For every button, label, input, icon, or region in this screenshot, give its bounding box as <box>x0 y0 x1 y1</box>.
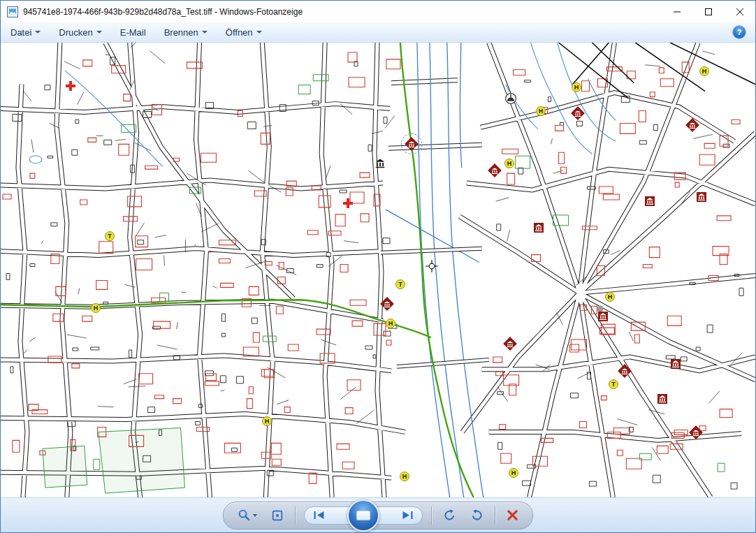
delete-icon <box>507 509 518 521</box>
map-image <box>1 43 755 497</box>
toolbar-divider <box>431 506 432 525</box>
window-title: 945741e8-1974-466f-943b-929b2d48d78a_Tes… <box>23 7 661 17</box>
toolbar-divider <box>495 506 495 525</box>
next-button[interactable] <box>402 511 414 520</box>
zoom-button[interactable] <box>235 507 260 523</box>
menu-drucken-label: Drucken <box>59 27 92 38</box>
help-question-icon: ? <box>737 28 742 36</box>
chevron-down-icon <box>256 31 262 34</box>
actual-size-button[interactable] <box>268 508 286 523</box>
titlebar: 945741e8-1974-466f-943b-929b2d48d78a_Tes… <box>1 1 755 22</box>
help-button[interactable]: ? <box>733 26 746 38</box>
delete-button[interactable] <box>504 508 521 523</box>
app-icon <box>7 6 18 17</box>
toolbar-divider <box>295 506 296 525</box>
rotate-clockwise-button[interactable] <box>467 507 486 523</box>
slideshow-icon <box>356 511 370 520</box>
menu-oeffnen-label: Öffnen <box>226 27 253 38</box>
menu-oeffnen[interactable]: Öffnen <box>226 27 262 38</box>
menu-email[interactable]: E-Mail <box>120 27 146 38</box>
chevron-down-icon <box>253 514 257 517</box>
toolbar <box>1 497 755 532</box>
photo-viewer-window: 945741e8-1974-466f-943b-929b2d48d78a_Tes… <box>0 0 756 533</box>
magnifier-icon <box>238 509 251 522</box>
navigation-group <box>304 506 423 525</box>
rotate-ccw-icon <box>443 509 456 522</box>
next-icon <box>402 511 414 520</box>
image-viewport[interactable]: HHHHTHTHHTHHH <box>1 43 755 497</box>
close-icon <box>736 8 743 15</box>
menu-email-label: E-Mail <box>120 27 146 38</box>
minimize-icon <box>674 8 681 15</box>
actual-size-icon <box>271 509 284 522</box>
menu-brennen[interactable]: Brennen <box>164 27 208 38</box>
chevron-down-icon <box>202 31 208 34</box>
menu-datei-label: Datei <box>10 27 31 38</box>
menu-brennen-label: Brennen <box>164 27 198 38</box>
maximize-icon <box>705 8 712 15</box>
toolbar-pill <box>223 502 533 530</box>
previous-icon <box>313 511 325 520</box>
slideshow-button[interactable] <box>347 499 379 532</box>
rotate-cw-icon <box>470 509 484 522</box>
menu-drucken[interactable]: Drucken <box>59 27 101 38</box>
menu-datei[interactable]: Datei <box>10 27 41 38</box>
rotate-counterclockwise-button[interactable] <box>440 507 459 523</box>
menubar: Datei Drucken E-Mail Brennen Öffnen ? <box>1 22 755 43</box>
minimize-button[interactable] <box>661 1 692 22</box>
previous-button[interactable] <box>313 511 325 520</box>
chevron-down-icon <box>96 31 102 34</box>
chevron-down-icon <box>35 31 41 34</box>
close-button[interactable] <box>724 1 755 22</box>
maximize-button[interactable] <box>692 1 724 22</box>
